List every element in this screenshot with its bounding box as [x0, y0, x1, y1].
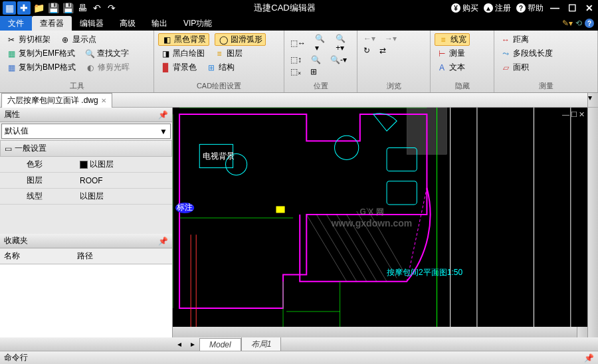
cad-canvas[interactable]: — ☐ ✕ [173, 108, 587, 327]
help-icon[interactable]: ? [585, 19, 594, 28]
copy-emf-button[interactable]: ▦复制为EMF格式 [4, 47, 77, 60]
favorites-header: 收藏夹📌 [0, 234, 172, 248]
file-tab[interactable]: 六层按摩包间立面详 .dwg✕ [1, 93, 112, 108]
minimize-button[interactable]: — [549, 2, 561, 14]
pos-btn6[interactable]: 🔍-▾ [328, 54, 349, 65]
canvas-min-icon[interactable]: — [562, 110, 569, 119]
file-tab-bar: 六层按摩包间立面详 .dwg✕ ▾ [0, 93, 598, 108]
trim-halo-button[interactable]: ◐修剪光晖 [83, 61, 132, 74]
tab-editor[interactable]: 编辑器 [72, 16, 112, 31]
layer-button[interactable]: ≡图层 [212, 47, 245, 60]
pos-btn3[interactable]: 🔍+▾ [334, 33, 353, 53]
group-measure: 测量 [498, 80, 593, 91]
saveas-icon[interactable]: 💾 [61, 1, 74, 15]
prop-color[interactable]: 色彩 以图层 [0, 157, 172, 173]
title-bar: ▦ ✚ 📁 💾 💾 🖶 ↶ ↷ 迅捷CAD编辑器 ¥购买 ▲注册 ?帮助 — ☐… [0, 0, 598, 16]
tab-file[interactable]: 文件 [0, 16, 32, 31]
left-panel: 属性📌 默认值▼ ▭一般设置 色彩 以图层 图层 ROOF 线型 以图层 收藏夹… [0, 108, 173, 337]
default-dropdown[interactable]: 默认值▼ [1, 124, 171, 139]
text-show-button[interactable]: A文本 [435, 61, 467, 74]
pos-btn1[interactable]: ⬚↔ [288, 38, 308, 48]
scroll-corner [577, 327, 587, 337]
close-tab-icon[interactable]: ✕ [101, 97, 106, 104]
svg-rect-0 [173, 108, 587, 327]
new-icon[interactable]: ✚ [17, 1, 31, 15]
canvas-max-icon[interactable]: ☐ [571, 110, 577, 119]
tab-advanced[interactable]: 高级 [112, 16, 144, 31]
favorites-columns: 名称路径 [0, 248, 172, 264]
struct-button[interactable]: ⊞结构 [204, 61, 237, 74]
measure-show-button[interactable]: ⊢测量 [435, 47, 467, 60]
polyline-len-button[interactable]: ⤳多段线长度 [498, 47, 555, 60]
tab-scroll[interactable]: ▾ [587, 93, 598, 107]
distance-button[interactable]: ↔距离 [498, 33, 531, 46]
tab-prev[interactable]: ◂ [173, 339, 186, 349]
crop-frame-button[interactable]: ✂剪切框架 [4, 33, 52, 46]
pos-btn4[interactable]: ⬚↕ [288, 54, 304, 65]
pos-btn7[interactable]: ⬚ₓ [288, 66, 303, 77]
prop-layer[interactable]: 图层 ROOF [0, 173, 172, 189]
canvas-close-icon[interactable]: ✕ [579, 110, 585, 119]
menu-bar: 文件 查看器 编辑器 高级 输出 VIP功能 ✎▾ ⟲ ? [0, 16, 598, 31]
find-text-button[interactable]: 🔍查找文字 [82, 47, 131, 60]
tab-output[interactable]: 输出 [144, 16, 175, 31]
undo-icon[interactable]: ↶ [90, 1, 104, 15]
help-button[interactable]: ?帮助 [516, 3, 544, 14]
linewidth-button[interactable]: ≡线宽 [435, 33, 470, 46]
properties-header: 属性📌 [0, 108, 172, 122]
app-title: 迅捷CAD编辑器 [118, 2, 451, 14]
nav-back[interactable]: ←▾ [361, 33, 377, 44]
pin-icon-2[interactable]: 📌 [158, 236, 168, 246]
copy-bmp-button[interactable]: ▦复制为BMP格式 [4, 61, 78, 74]
close-button[interactable]: ✕ [583, 2, 595, 14]
maximize-button[interactable]: ☐ [566, 2, 578, 14]
bgcolor-button[interactable]: ▉背景色 [158, 61, 199, 74]
buy-button[interactable]: ¥购买 [451, 3, 478, 14]
svg-text:按摩包间2平面图1:50: 按摩包间2平面图1:50 [387, 268, 462, 277]
canvas-area: — ☐ ✕ [173, 108, 587, 337]
tab-layout1[interactable]: 布局1 [241, 337, 282, 351]
show-point-button[interactable]: ⊕显示点 [58, 33, 98, 46]
nav-fwd[interactable]: →▾ [383, 33, 399, 44]
group-hide: 隐藏 [435, 80, 490, 91]
open-icon[interactable]: 📁 [32, 1, 45, 15]
refresh-icon[interactable]: ⟲ [575, 19, 582, 28]
smooth-arc-button[interactable]: ◯圆滑弧形 [215, 33, 266, 46]
register-button[interactable]: ▲注册 [484, 3, 511, 14]
tab-model[interactable]: Model [199, 338, 241, 351]
prop-linetype[interactable]: 线型 以图层 [0, 189, 172, 205]
cad-drawing: 标注 按摩包间2平面图1:50 电视背景 [173, 108, 587, 327]
save-icon[interactable]: 💾 [47, 1, 60, 15]
ribbon: ✂剪切框架 ⊕显示点 ▦复制为EMF格式 🔍查找文字 ▦复制为BMP格式 ◐修剪… [0, 31, 598, 93]
pos-btn8[interactable]: ⊞ [308, 66, 319, 77]
command-line[interactable]: 命令行 📌 [0, 351, 598, 364]
redo-icon[interactable]: ↷ [105, 1, 118, 15]
svg-rect-21 [276, 207, 284, 213]
area-button[interactable]: ▱面积 [498, 61, 531, 74]
group-browse: 浏览 [361, 80, 426, 91]
bw-draw-button[interactable]: ◨黑白绘图 [158, 47, 207, 60]
general-section[interactable]: ▭一般设置 [0, 140, 172, 157]
tab-vip[interactable]: VIP功能 [175, 16, 220, 31]
pin-icon[interactable]: 📌 [158, 110, 168, 120]
h-scrollbar[interactable] [173, 327, 577, 337]
tab-next[interactable]: ▸ [186, 339, 199, 349]
layout-tabs: ◂ ▸ Model 布局1 [0, 337, 598, 351]
nav-btn3[interactable]: ↻ [361, 45, 372, 56]
black-bg-button[interactable]: ◧黑色背景 [158, 33, 209, 46]
pencil-icon[interactable]: ✎▾ [562, 19, 573, 28]
favorites-list[interactable] [0, 264, 172, 337]
group-tools: 工具 [4, 80, 150, 91]
pos-btn2[interactable]: 🔍▾ [313, 33, 328, 53]
cmdline-pin-icon[interactable]: 📌 [584, 353, 594, 363]
collapse-icon: ▭ [5, 144, 12, 153]
tab-viewer[interactable]: 查看器 [32, 16, 72, 31]
v-scrollbar[interactable] [587, 108, 598, 337]
svg-text:标注: 标注 [176, 203, 193, 212]
app-icon[interactable]: ▦ [3, 1, 16, 15]
nav-btn4[interactable]: ⇄ [377, 45, 388, 56]
print-icon[interactable]: 🖶 [76, 1, 89, 15]
svg-text:电视背景: 电视背景 [203, 151, 235, 161]
main-area: 属性📌 默认值▼ ▭一般设置 色彩 以图层 图层 ROOF 线型 以图层 收藏夹… [0, 108, 598, 337]
pos-btn5[interactable]: 🔍 [309, 54, 323, 65]
